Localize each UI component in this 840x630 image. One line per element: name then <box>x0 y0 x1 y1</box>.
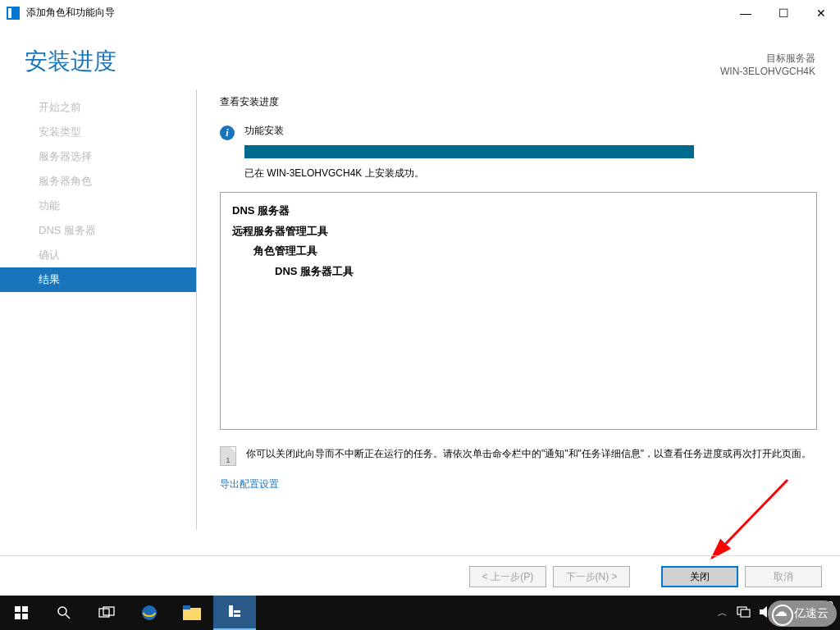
watermark-badge: 亿速云 <box>768 600 837 627</box>
svg-point-5 <box>58 607 66 615</box>
close-wizard-button[interactable]: 关闭 <box>661 566 738 587</box>
server-manager-icon[interactable] <box>213 596 256 630</box>
target-value: WIN-3ELOHVGCH4K <box>720 66 815 77</box>
svg-rect-13 <box>234 610 240 613</box>
target-label: 目标服务器 <box>720 52 815 66</box>
feature-line: DNS 服务器工具 <box>232 262 805 282</box>
content-subtitle: 查看安装进度 <box>220 95 817 109</box>
wizard-sidebar: 开始之前 安装类型 服务器选择 服务器角色 功能 DNS 服务器 确认 结果 <box>0 87 197 530</box>
ie-icon[interactable] <box>128 596 171 630</box>
window-titlebar: 添加角色和功能向导 — ☐ ✕ <box>0 0 840 26</box>
explorer-icon[interactable] <box>171 596 213 630</box>
close-button[interactable]: ✕ <box>802 0 840 26</box>
target-server-info: 目标服务器 WIN-3ELOHVGCH4K <box>720 52 815 77</box>
svg-rect-10 <box>183 608 201 620</box>
sidebar-item-before: 开始之前 <box>18 95 197 120</box>
sidebar-item-confirm: 确认 <box>18 243 197 267</box>
svg-rect-2 <box>22 606 28 612</box>
svg-rect-16 <box>741 609 750 617</box>
wizard-header: 安装进度 目标服务器 WIN-3ELOHVGCH4K <box>0 26 840 87</box>
app-icon <box>7 7 20 20</box>
cancel-button: 取消 <box>745 566 822 587</box>
status-text: 功能安装 <box>244 124 284 138</box>
svg-rect-3 <box>15 614 21 619</box>
page-title: 安装进度 <box>25 46 116 77</box>
note-flag-icon: 1 <box>220 446 236 466</box>
network-icon[interactable] <box>736 605 751 621</box>
svg-rect-11 <box>183 605 190 609</box>
svg-rect-4 <box>22 614 28 619</box>
wizard-content: 查看安装进度 i 功能安装 已在 WIN-3ELOHVGCH4K 上安装成功。 … <box>197 87 840 530</box>
sidebar-item-server-select: 服务器选择 <box>18 144 197 169</box>
success-message: 已在 WIN-3ELOHVGCH4K 上安装成功。 <box>244 167 817 180</box>
task-view-icon[interactable] <box>85 596 128 630</box>
svg-rect-12 <box>229 605 233 617</box>
feature-line: DNS 服务器 <box>232 201 805 221</box>
tray-chevron-icon[interactable]: ︿ <box>718 606 728 620</box>
info-icon: i <box>220 126 235 140</box>
wizard-footer: < 上一步(P) 下一步(N) > 关闭 取消 <box>0 555 840 587</box>
window-title: 添加角色和功能向导 <box>26 6 115 20</box>
feature-line: 角色管理工具 <box>232 241 805 262</box>
features-list: DNS 服务器 远程服务器管理工具 角色管理工具 DNS 服务器工具 <box>220 192 817 430</box>
sidebar-item-server-roles: 服务器角色 <box>18 169 197 194</box>
svg-rect-1 <box>15 606 21 612</box>
start-button[interactable] <box>0 596 43 630</box>
export-config-link[interactable]: 导出配置设置 <box>220 477 279 491</box>
prev-button: < 上一步(P) <box>469 566 546 587</box>
svg-line-6 <box>66 614 70 619</box>
sidebar-item-features: 功能 <box>18 194 197 218</box>
sidebar-item-install-type: 安装类型 <box>18 120 197 144</box>
svg-rect-14 <box>234 614 240 617</box>
next-button: 下一步(N) > <box>553 566 630 587</box>
maximize-button[interactable]: ☐ <box>765 0 802 26</box>
sidebar-item-dns: DNS 服务器 <box>18 218 197 243</box>
feature-line: 远程服务器管理工具 <box>232 221 805 242</box>
windows-taskbar[interactable]: ︿ ✕ 中 20:39 2019/ <box>0 596 840 630</box>
sidebar-item-results: 结果 <box>0 267 197 292</box>
note-text: 你可以关闭此向导而不中断正在运行的任务。请依次单击命令栏中的"通知"和"任务详细… <box>246 446 811 466</box>
search-icon[interactable] <box>43 596 85 630</box>
progress-bar <box>244 145 694 158</box>
minimize-button[interactable]: — <box>727 0 765 26</box>
